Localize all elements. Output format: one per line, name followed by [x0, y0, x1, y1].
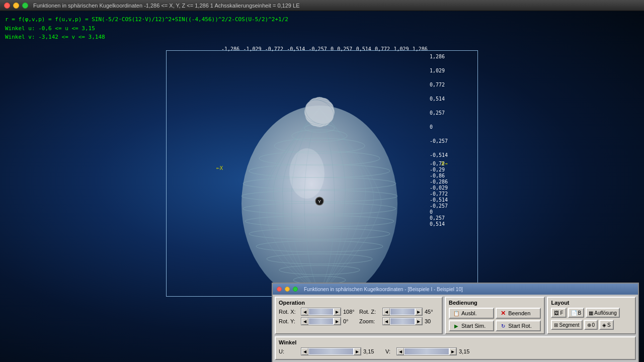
zoom-label: Zoom:	[359, 318, 380, 324]
start-sim-label: Start Sim.	[461, 323, 486, 329]
rot-y-left-btn[interactable]: ◀	[301, 318, 308, 325]
3d-shape: Y	[164, 48, 480, 299]
lower-row: Winkel U: ◀ ▶ 3,15 V: ◀ ▶ 3,15	[273, 336, 638, 362]
rot-y-slider[interactable]: ◀ ▶	[301, 317, 341, 325]
origin-icon: ⊕	[587, 322, 591, 328]
rot-x-label: Rot. X:	[279, 309, 299, 315]
segment-button[interactable]: ⊞ Segment	[551, 320, 582, 330]
winkel-u-right-btn[interactable]: ▶	[354, 348, 361, 355]
rot-x-left-btn[interactable]: ◀	[301, 308, 308, 315]
ausbl-icon: 📋	[453, 310, 460, 317]
panel-body: Operation Rot. X: ◀ ▶ 108° Rot. Z: ◀ ▶	[273, 295, 638, 336]
control-panel: Funktionen in sphärischen Kugelkoordinat…	[272, 283, 639, 362]
x-axis-right: X→	[441, 160, 448, 167]
ausbl-button[interactable]: 📋 Ausbl.	[449, 308, 494, 319]
rot-x-row: Rot. X: ◀ ▶ 108° Rot. Z: ◀ ▶ 45°	[279, 308, 439, 316]
x-axis-left: ←X	[216, 165, 223, 171]
rot-z-label: Rot. Z:	[359, 309, 380, 315]
winkel-u-label: U:	[279, 348, 299, 354]
segment-icon: ⊞	[554, 322, 558, 328]
layout-f-button[interactable]: 🖼 F	[551, 308, 566, 318]
svg-point-22	[289, 148, 325, 199]
layout-0-button[interactable]: ⊕ 0	[584, 320, 598, 330]
rot-x-value: 108°	[343, 309, 357, 315]
layout-s-button[interactable]: ◈ S	[599, 320, 614, 330]
panel-title: Funktionen in sphärischen Kugelkoordinat…	[304, 287, 463, 292]
maximize-button[interactable]	[22, 3, 28, 9]
title-bar: Funktionen in sphärischen Kugelkoordinat…	[0, 0, 644, 11]
sim-icon: ▶	[453, 322, 460, 329]
bedienung-section: Bedienung 📋 Ausbl. ✕ Beenden ▶ Start Sim…	[445, 297, 545, 334]
s-icon: ◈	[602, 322, 606, 328]
aufloesung-button[interactable]: ▦ Auflösung	[586, 308, 619, 318]
beenden-label: Beenden	[508, 310, 530, 316]
winkel-u-row: U: ◀ ▶ 3,15 V: ◀ ▶ 3,15	[279, 347, 632, 355]
window-title: Funktionen in sphärischen Kugelkoordinat…	[33, 3, 300, 9]
panel-title-bar: Funktionen in sphärischen Kugelkoordinat…	[273, 284, 638, 295]
rot-z-value: 45°	[425, 309, 439, 315]
aufloesung-icon: ▦	[589, 310, 593, 316]
rot-z-right-btn[interactable]: ▶	[415, 308, 422, 315]
layout-section: Layout 🖼 F 📄 B ▦ Auflösung	[547, 297, 636, 334]
winkel-v-slider[interactable]: ◀ ▶	[396, 347, 457, 355]
rot-y-value: 0°	[343, 318, 357, 324]
rot-x-right-btn[interactable]: ▶	[334, 308, 341, 315]
main-viewport: Funktionen in sphärischen Kugelkoordinat…	[0, 0, 644, 362]
zoom-left-btn[interactable]: ◀	[383, 318, 390, 325]
start-sim-button[interactable]: ▶ Start Sim.	[449, 320, 494, 331]
panel-minimize-btn[interactable]	[285, 287, 290, 292]
rot-x-slider[interactable]: ◀ ▶	[301, 308, 341, 316]
winkel-label: Winkel	[279, 339, 632, 345]
rot-icon: ↻	[500, 322, 507, 329]
angle-v-line: Winkel v: -3,142 <= v <= 3,148	[5, 33, 288, 42]
winkel-v-label: V:	[385, 348, 394, 354]
svg-text:Y: Y	[318, 199, 321, 204]
operation-label: Operation	[279, 300, 439, 306]
panel-close-btn[interactable]	[277, 287, 282, 292]
winkel-v-value: 3,15	[459, 348, 473, 354]
start-rot-button[interactable]: ↻ Start Rot.	[496, 320, 541, 331]
minimize-button[interactable]	[13, 3, 19, 9]
formula-line: r = f(φ,v,p) = f(u,v,p) = SIN(-5/2·COS(1…	[5, 15, 288, 24]
rot-z-slider[interactable]: ◀ ▶	[382, 308, 423, 316]
bedienung-label: Bedienung	[449, 300, 541, 306]
close-button[interactable]	[4, 3, 10, 9]
winkel-section: Winkel U: ◀ ▶ 3,15 V: ◀ ▶ 3,15	[275, 336, 636, 360]
beenden-button[interactable]: ✕ Beenden	[496, 308, 541, 319]
panel-maximize-btn[interactable]	[293, 287, 298, 292]
winkel-v-right-btn[interactable]: ▶	[449, 348, 456, 355]
winkel-u-left-btn[interactable]: ◀	[301, 348, 308, 355]
operation-section: Operation Rot. X: ◀ ▶ 108° Rot. Z: ◀ ▶	[275, 297, 443, 334]
winkel-u-slider[interactable]: ◀ ▶	[301, 347, 361, 355]
rot-y-label: Rot. Y:	[279, 318, 299, 324]
start-rot-label: Start Rot.	[508, 323, 531, 329]
layout-b-button[interactable]: 📄 B	[568, 308, 585, 318]
angle-u-line: Winkel u: -0,6 <= u <= 3,15	[5, 24, 288, 33]
info-overlay: r = f(φ,v,p) = f(u,v,p) = SIN(-5/2·COS(1…	[5, 15, 288, 42]
zoom-value: 30	[425, 318, 439, 324]
ausbl-label: Ausbl.	[461, 310, 477, 316]
rot-y-right-btn[interactable]: ▶	[334, 318, 341, 325]
rot-y-row: Rot. Y: ◀ ▶ 0° Zoom: ◀ ▶ 30	[279, 317, 439, 325]
layout-b-icon: 📄	[571, 310, 577, 316]
layout-f-icon: 🖼	[554, 310, 559, 316]
layout-label: Layout	[551, 300, 632, 306]
beenden-icon: ✕	[500, 310, 507, 317]
winkel-v-left-btn[interactable]: ◀	[397, 348, 404, 355]
zoom-slider[interactable]: ◀ ▶	[382, 317, 423, 325]
winkel-u-value: 3,15	[363, 348, 377, 354]
rot-z-left-btn[interactable]: ◀	[383, 308, 390, 315]
zoom-right-btn[interactable]: ▶	[415, 318, 422, 325]
